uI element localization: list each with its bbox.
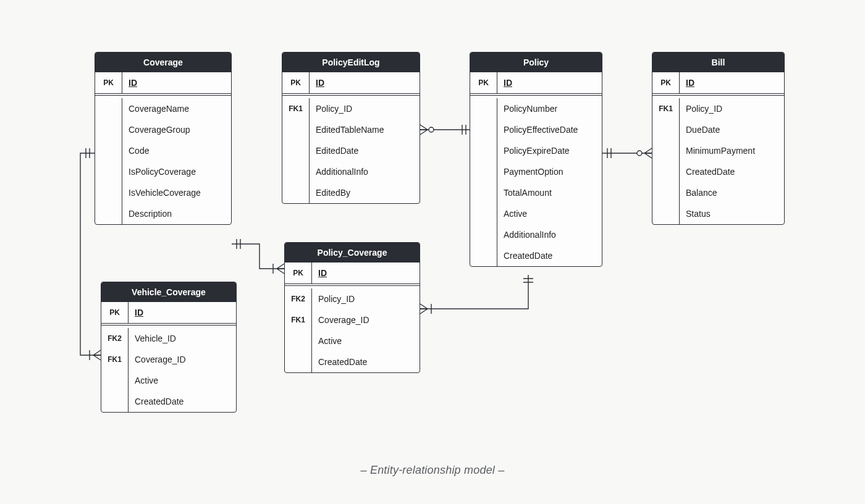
attribute-row: Active bbox=[470, 203, 602, 224]
er-diagram-canvas: CoveragePKIDCoverageNameCoverageGroupCod… bbox=[0, 0, 865, 504]
svg-point-1 bbox=[637, 151, 642, 156]
key-indicator: FK2 bbox=[285, 288, 312, 309]
attribute-row: DueDate bbox=[652, 119, 784, 140]
attribute-name: Description bbox=[122, 203, 231, 224]
entity-title: PolicyEditLog bbox=[282, 52, 420, 72]
entity-title: Policy_Coverage bbox=[285, 243, 420, 262]
key-indicator: PK bbox=[285, 262, 312, 284]
attribute-name: CreatedDate bbox=[497, 245, 602, 266]
attribute-name: IsVehicleCoverage bbox=[122, 182, 231, 203]
attribute-name: ID bbox=[312, 262, 420, 284]
attribute-row: PKID bbox=[95, 72, 231, 93]
key-indicator bbox=[652, 203, 680, 224]
attribute-name: AdditionalInfo bbox=[497, 224, 602, 245]
entity-bill: BillPKIDFK1Policy_IDDueDateMinimumPaymen… bbox=[652, 52, 785, 225]
key-indicator bbox=[95, 161, 122, 182]
attribute-row: FK1Policy_ID bbox=[652, 98, 784, 119]
attribute-row: IsVehicleCoverage bbox=[95, 182, 231, 203]
key-indicator bbox=[470, 203, 497, 224]
key-indicator bbox=[101, 370, 129, 391]
attribute-name: ID bbox=[497, 72, 602, 93]
key-indicator bbox=[470, 182, 497, 203]
key-indicator: PK bbox=[95, 72, 122, 93]
key-indicator bbox=[101, 391, 129, 412]
attribute-name: CoverageGroup bbox=[122, 119, 231, 140]
key-indicator bbox=[282, 119, 310, 140]
attribute-row: FK1Coverage_ID bbox=[101, 349, 236, 370]
key-indicator bbox=[95, 119, 122, 140]
attribute-row: FK1Coverage_ID bbox=[285, 309, 420, 330]
attribute-name: ID bbox=[129, 302, 236, 323]
attribute-row: IsPolicyCoverage bbox=[95, 161, 231, 182]
attribute-row: CreatedDate bbox=[652, 161, 784, 182]
svg-point-0 bbox=[429, 127, 434, 132]
entity-title: Bill bbox=[652, 52, 784, 72]
attribute-name: CreatedDate bbox=[680, 161, 784, 182]
attribute-row: Active bbox=[101, 370, 236, 391]
attribute-row: PKID bbox=[652, 72, 784, 93]
attribute-row: PaymentOption bbox=[470, 161, 602, 182]
attribute-row: EditedTableName bbox=[282, 119, 420, 140]
key-indicator bbox=[470, 161, 497, 182]
attribute-row: Status bbox=[652, 203, 784, 224]
attribute-name: Coverage_ID bbox=[129, 349, 236, 370]
key-indicator: PK bbox=[470, 72, 497, 93]
key-indicator: PK bbox=[652, 72, 680, 93]
attribute-name: TotalAmount bbox=[497, 182, 602, 203]
attribute-row: EditedBy bbox=[282, 182, 420, 203]
attribute-name: PolicyNumber bbox=[497, 98, 602, 119]
entity-policy-edit-log: PolicyEditLogPKIDFK1Policy_IDEditedTable… bbox=[282, 52, 420, 204]
key-indicator: FK1 bbox=[652, 98, 680, 119]
attribute-name: CoverageName bbox=[122, 98, 231, 119]
key-indicator bbox=[652, 140, 680, 161]
attribute-row: CoverageName bbox=[95, 98, 231, 119]
key-indicator bbox=[470, 140, 497, 161]
attribute-row: CreatedDate bbox=[285, 351, 420, 372]
entity-policy: PolicyPKIDPolicyNumberPolicyEffectiveDat… bbox=[470, 52, 602, 267]
attribute-row: PolicyNumber bbox=[470, 98, 602, 119]
attribute-name: ID bbox=[680, 72, 784, 93]
key-indicator: PK bbox=[101, 302, 129, 323]
attribute-name: Active bbox=[312, 330, 420, 351]
key-indicator bbox=[470, 98, 497, 119]
attribute-name: MinimumPayment bbox=[680, 140, 784, 161]
key-indicator bbox=[652, 182, 680, 203]
entity-title: Policy bbox=[470, 52, 602, 72]
attribute-name: ID bbox=[122, 72, 231, 93]
attribute-row: PKID bbox=[282, 72, 420, 93]
key-indicator bbox=[285, 330, 312, 351]
attribute-row: PolicyEffectiveDate bbox=[470, 119, 602, 140]
attribute-row: Balance bbox=[652, 182, 784, 203]
key-indicator bbox=[652, 161, 680, 182]
attribute-name: PolicyExpireDate bbox=[497, 140, 602, 161]
key-indicator: PK bbox=[282, 72, 310, 93]
key-indicator: FK2 bbox=[101, 328, 129, 349]
attribute-name: EditedTableName bbox=[310, 119, 420, 140]
key-indicator bbox=[285, 351, 312, 372]
attribute-row: CreatedDate bbox=[101, 391, 236, 412]
attribute-row: Code bbox=[95, 140, 231, 161]
attribute-row: CreatedDate bbox=[470, 245, 602, 266]
attribute-row: AdditionalInfo bbox=[282, 161, 420, 182]
key-indicator bbox=[470, 119, 497, 140]
key-indicator: FK1 bbox=[285, 309, 312, 330]
key-indicator bbox=[95, 140, 122, 161]
attribute-name: PolicyEffectiveDate bbox=[497, 119, 602, 140]
attribute-name: Active bbox=[129, 370, 236, 391]
key-indicator bbox=[95, 98, 122, 119]
entity-title: Coverage bbox=[95, 52, 231, 72]
key-indicator bbox=[470, 245, 497, 266]
attribute-name: Policy_ID bbox=[680, 98, 784, 119]
key-indicator: FK1 bbox=[282, 98, 310, 119]
key-indicator bbox=[652, 119, 680, 140]
attribute-name: ID bbox=[310, 72, 420, 93]
attribute-name: EditedBy bbox=[310, 182, 420, 203]
attribute-name: Active bbox=[497, 203, 602, 224]
attribute-name: Code bbox=[122, 140, 231, 161]
entity-vehicle-coverage: Vehicle_CoveragePKIDFK2Vehicle_IDFK1Cove… bbox=[101, 282, 237, 413]
attribute-name: AdditionalInfo bbox=[310, 161, 420, 182]
attribute-name: CreatedDate bbox=[312, 351, 420, 372]
attribute-row: AdditionalInfo bbox=[470, 224, 602, 245]
entity-policy-coverage: Policy_CoveragePKIDFK2Policy_IDFK1Covera… bbox=[284, 242, 420, 373]
key-indicator: FK1 bbox=[101, 349, 129, 370]
